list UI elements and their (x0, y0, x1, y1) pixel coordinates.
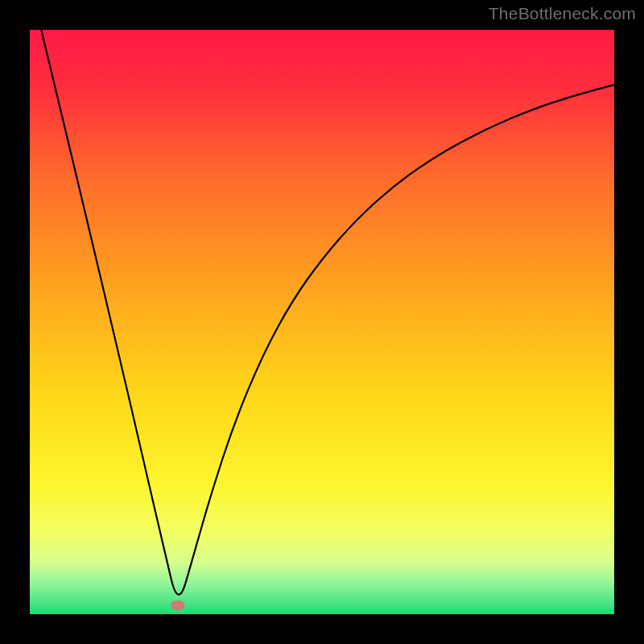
watermark: TheBottleneck.com (489, 4, 636, 23)
minimum-marker (171, 601, 185, 610)
bottleneck-curve (30, 30, 614, 614)
chart-frame: TheBottleneck.com (0, 0, 644, 644)
plot-area (30, 30, 614, 614)
